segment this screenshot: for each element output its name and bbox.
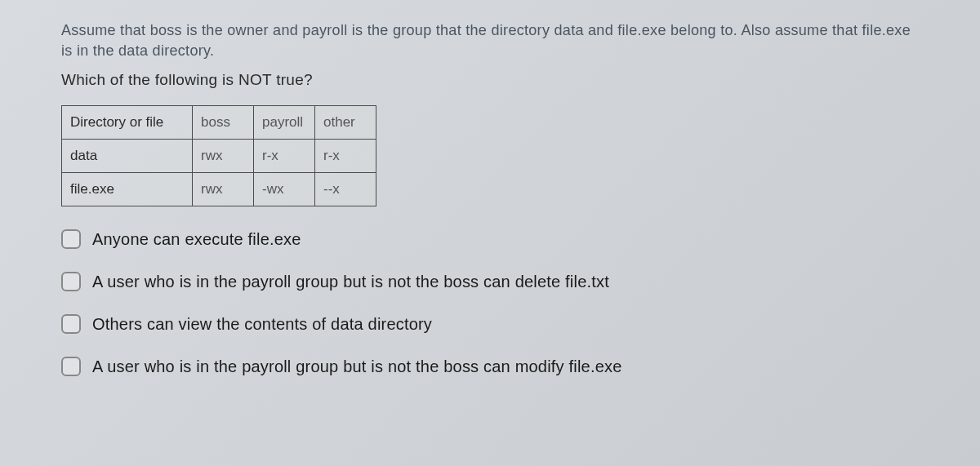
option-text: A user who is in the payroll group but i…: [92, 273, 609, 291]
header-boss: boss: [193, 106, 254, 140]
option-text: Anyone can execute file.exe: [92, 230, 301, 249]
row-payroll: r-x: [254, 140, 315, 173]
option-text: A user who is in the payroll group but i…: [92, 357, 621, 376]
option-row-0[interactable]: Anyone can execute file.exe: [61, 229, 919, 249]
option-row-1[interactable]: A user who is in the payroll group but i…: [61, 272, 919, 291]
table-row: data rwx r-x r-x: [62, 140, 376, 173]
row-other: r-x: [315, 140, 376, 173]
question-intro: Assume that boss is the owner and payrol…: [61, 20, 919, 61]
checkbox-icon[interactable]: [61, 314, 81, 334]
permissions-table: Directory or file boss payroll other dat…: [61, 105, 376, 206]
option-text: Others can view the contents of data dir…: [92, 315, 432, 334]
option-row-3[interactable]: A user who is in the payroll group but i…: [61, 357, 919, 376]
checkbox-icon[interactable]: [61, 229, 81, 249]
table-header-row: Directory or file boss payroll other: [62, 106, 376, 140]
checkbox-icon[interactable]: [61, 272, 81, 291]
header-other: other: [315, 106, 376, 140]
header-name: Directory or file: [62, 106, 193, 140]
question-main: Which of the following is NOT true?: [61, 71, 919, 89]
row-payroll: -wx: [254, 173, 315, 206]
header-payroll: payroll: [254, 106, 315, 140]
row-boss: rwx: [193, 173, 254, 206]
row-name: data: [62, 140, 193, 173]
checkbox-icon[interactable]: [61, 357, 81, 376]
row-boss: rwx: [193, 140, 254, 173]
row-name: file.exe: [62, 173, 193, 206]
row-other: --x: [315, 173, 376, 206]
table-row: file.exe rwx -wx --x: [62, 173, 376, 206]
option-row-2[interactable]: Others can view the contents of data dir…: [61, 314, 919, 334]
